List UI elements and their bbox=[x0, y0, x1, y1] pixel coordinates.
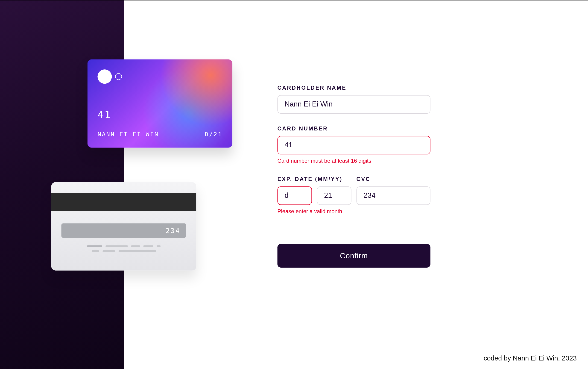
card-number-group: CARD NUMBER Card number must be at least… bbox=[278, 125, 430, 164]
cvc-input[interactable] bbox=[357, 186, 430, 205]
footer-credit: coded by Nann Ei Ei Win, 2023 bbox=[484, 355, 577, 362]
card-mag-stripe bbox=[51, 193, 197, 211]
card-exp-display: D/21 bbox=[205, 131, 222, 138]
confirm-button[interactable]: Confirm bbox=[278, 244, 430, 267]
card-number-label: CARD NUMBER bbox=[278, 125, 430, 132]
card-number-input[interactable] bbox=[278, 136, 430, 154]
exp-month-error: Please enter a valid month bbox=[278, 208, 430, 215]
card-form: CARDHOLDER NAME CARD NUMBER Card number … bbox=[278, 85, 430, 267]
card-logo-dot-outline bbox=[115, 73, 122, 80]
exp-date-label: EXP. DATE (MM/YY) bbox=[278, 176, 351, 182]
cardholder-name-group: CARDHOLDER NAME bbox=[278, 85, 430, 114]
exp-cvc-group: EXP. DATE (MM/YY) CVC Please enter a val… bbox=[278, 176, 430, 215]
card-back-preview: 234 bbox=[51, 182, 197, 270]
exp-year-input[interactable] bbox=[317, 186, 351, 205]
card-name-display: NANN EI EI WIN bbox=[97, 131, 159, 138]
card-cvc-display: 234 bbox=[61, 223, 186, 238]
card-number-display: 41 bbox=[97, 109, 111, 121]
card-number-error: Card number must be at least 16 digits bbox=[278, 158, 430, 164]
exp-month-input[interactable] bbox=[278, 186, 312, 205]
card-front-preview: 41 NANN EI EI WIN D/21 bbox=[88, 60, 233, 148]
card-fine-print-decor bbox=[87, 245, 160, 255]
cardholder-name-input[interactable] bbox=[278, 95, 430, 114]
cardholder-name-label: CARDHOLDER NAME bbox=[278, 85, 430, 91]
cvc-label: CVC bbox=[357, 176, 371, 182]
card-logo-dot-solid bbox=[97, 69, 112, 84]
